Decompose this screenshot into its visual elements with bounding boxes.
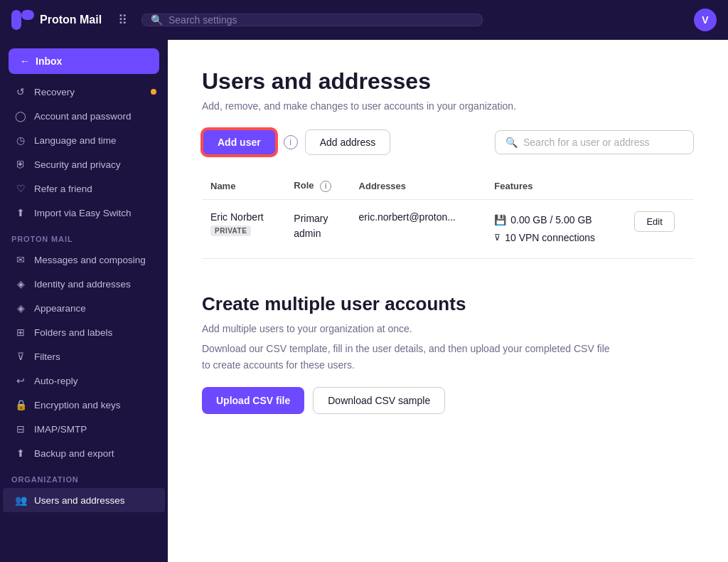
avatar[interactable]: V	[694, 9, 717, 31]
role-line1: Primary	[294, 211, 341, 226]
storage-icon: 💾	[494, 211, 506, 229]
identity-icon: ◈	[14, 278, 27, 290]
user-name-cell: Eric Norbert PRIVATE	[202, 199, 285, 258]
private-badge: PRIVATE	[210, 226, 251, 236]
sidebar-item-label: Auto-reply	[34, 376, 78, 386]
heart-icon: ♡	[14, 183, 27, 194]
sidebar-item-label: IMAP/SMTP	[34, 424, 87, 435]
recovery-icon: ↺	[14, 86, 27, 97]
sidebar-item-label: Encryption and keys	[34, 400, 121, 410]
server-icon: ⊟	[14, 423, 27, 435]
sidebar-item-label: Identity and addresses	[34, 279, 131, 290]
action-row: Add user i Add address 🔍 Search for a us…	[202, 129, 694, 156]
backup-icon: ⬆	[14, 447, 27, 459]
role-info-icon[interactable]: i	[284, 135, 298, 149]
csv-buttons: Upload CSV file Download CSV sample	[202, 387, 694, 414]
csv-section-description: Download our CSV template, fill in the u…	[202, 341, 614, 373]
sidebar-item-refer-friend[interactable]: ♡ Refer a friend	[3, 176, 165, 201]
download-csv-button[interactable]: Download CSV sample	[313, 387, 445, 414]
account-icon: ◯	[14, 110, 27, 122]
clock-icon: ◷	[14, 134, 27, 146]
add-address-button[interactable]: Add address	[305, 129, 391, 155]
arrow-left-icon: ←	[20, 55, 30, 67]
shield-icon: ⛨	[14, 159, 27, 170]
sidebar-item-label: Messages and composing	[34, 255, 146, 265]
users-table: Name Role i Addresses Features Eric Norb…	[202, 173, 694, 259]
sidebar-item-appearance[interactable]: ◈ Appearance	[3, 296, 165, 320]
filters-icon: ⊽	[14, 351, 27, 362]
page-subtitle: Add, remove, and make changes to user ac…	[202, 100, 694, 112]
sidebar-item-label: Account and password	[34, 111, 132, 122]
sidebar-item-import[interactable]: ⬆ Import via Easy Switch	[3, 201, 165, 225]
sidebar-item-recovery[interactable]: ↺ Recovery	[3, 80, 165, 104]
sidebar-item-label: Refer a friend	[34, 184, 92, 194]
col-header-features: Features	[486, 173, 626, 199]
storage-value: 0.00 GB / 5.00 GB	[510, 211, 592, 229]
lock-icon: 🔒	[14, 399, 27, 410]
sidebar-item-security-privacy[interactable]: ⛨ Security and privacy	[3, 152, 165, 176]
inbox-button[interactable]: ← Inbox	[9, 48, 159, 74]
sidebar-item-encryption-keys[interactable]: 🔒 Encryption and keys	[3, 393, 165, 417]
sidebar-item-filters[interactable]: ⊽ Filters	[3, 344, 165, 369]
sidebar-item-label: Security and privacy	[34, 159, 121, 170]
sidebar-item-label: Recovery	[34, 87, 75, 97]
sidebar-item-users-addresses[interactable]: 👥 Users and addresses	[3, 488, 165, 512]
col-header-role: Role i	[285, 173, 350, 199]
proton-logo-icon	[11, 10, 34, 30]
sidebar-item-backup-export[interactable]: ⬆ Backup and export	[3, 441, 165, 465]
upload-csv-button[interactable]: Upload CSV file	[202, 387, 304, 414]
sidebar-item-folders-labels[interactable]: ⊞ Folders and labels	[3, 320, 165, 344]
sidebar-item-label: Backup and export	[34, 448, 114, 459]
sidebar-item-label: Language and time	[34, 135, 117, 146]
svg-rect-1	[21, 10, 34, 20]
user-features-cell: 💾 0.00 GB / 5.00 GB ⊽ 10 VPN connections	[486, 199, 626, 258]
folders-icon: ⊞	[14, 327, 27, 338]
search-icon: 🔍	[151, 14, 163, 26]
appearance-icon: ◈	[14, 302, 27, 314]
sidebar-item-messages-composing[interactable]: ✉ Messages and composing	[3, 248, 165, 272]
section-organization: ORGANIZATION	[0, 465, 168, 488]
sidebar-item-account-password[interactable]: ◯ Account and password	[3, 104, 165, 128]
user-name: Eric Norbert	[210, 211, 277, 223]
csv-section-subtitle: Add multiple users to your organization …	[202, 321, 614, 336]
search-input[interactable]	[168, 14, 473, 26]
logo: Proton Mail	[11, 10, 104, 30]
storage-feature: 💾 0.00 GB / 5.00 GB	[494, 211, 617, 229]
sidebar-item-label: Folders and labels	[34, 327, 112, 338]
page-title: Users and addresses	[202, 68, 694, 95]
csv-section: Create multiple user accounts Add multip…	[202, 293, 694, 414]
app-name: Proton Mail	[40, 14, 102, 26]
autoreply-icon: ↩	[14, 375, 27, 386]
users-icon: 👥	[14, 494, 27, 506]
add-user-button[interactable]: Add user	[202, 129, 277, 156]
user-address-cell: eric.norbert@proton...	[350, 199, 486, 258]
sidebar-item-imap-smtp[interactable]: ⊟ IMAP/SMTP	[3, 417, 165, 441]
csv-section-title: Create multiple user accounts	[202, 293, 694, 315]
svg-rect-0	[11, 10, 21, 30]
search-users-placeholder: Search for a user or address	[523, 137, 649, 148]
sidebar-item-label: Appearance	[34, 303, 86, 314]
user-role-cell: Primary admin	[285, 199, 350, 258]
sidebar-item-label: Import via Easy Switch	[34, 208, 132, 218]
section-proton-mail: PROTON MAIL	[0, 225, 168, 248]
sidebar-item-auto-reply[interactable]: ↩ Auto-reply	[3, 369, 165, 393]
search-users-field[interactable]: 🔍 Search for a user or address	[495, 130, 694, 154]
sidebar-item-language-time[interactable]: ◷ Language and time	[3, 128, 165, 152]
import-icon: ⬆	[14, 207, 27, 218]
topbar: Proton Mail ⠿ 🔍 V	[0, 0, 728, 40]
table-row: Eric Norbert PRIVATE Primary admin eric.…	[202, 199, 694, 258]
main-content: Users and addresses Add, remove, and mak…	[168, 40, 728, 562]
edit-user-button[interactable]: Edit	[634, 211, 674, 232]
user-actions-cell: Edit	[626, 199, 694, 258]
col-header-actions	[626, 173, 694, 199]
grid-icon[interactable]: ⠿	[112, 9, 133, 31]
sidebar-item-label: Filters	[34, 351, 60, 362]
search-bar: 🔍	[141, 14, 483, 26]
sidebar-item-identity-addresses[interactable]: ◈ Identity and addresses	[3, 272, 165, 296]
vpn-value: 10 VPN connections	[505, 229, 595, 247]
role-line2: admin	[294, 226, 341, 241]
vpn-feature: ⊽ 10 VPN connections	[494, 229, 617, 247]
role-col-info-icon[interactable]: i	[320, 181, 331, 192]
sidebar: ← Inbox ↺ Recovery ◯ Account and passwor…	[0, 40, 168, 562]
col-header-name: Name	[202, 173, 285, 199]
